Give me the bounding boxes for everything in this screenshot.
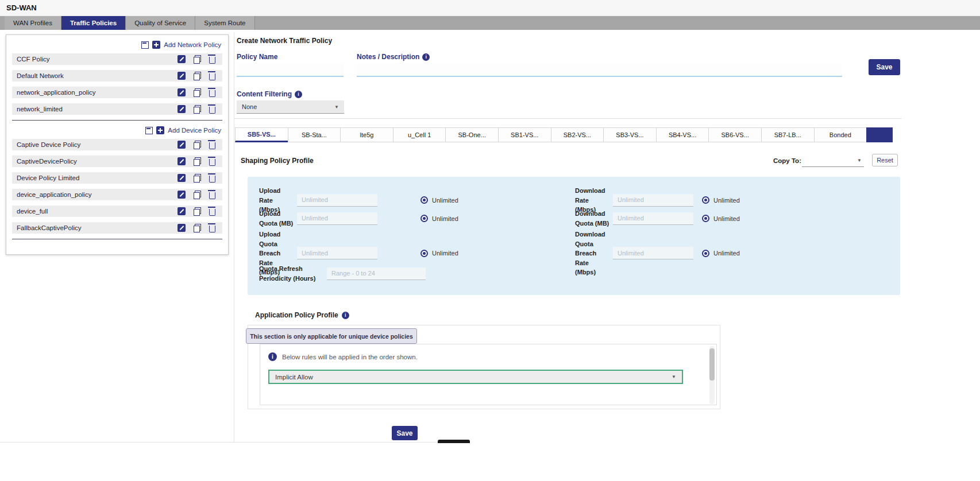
interface-tab[interactable]: SB5-VS... (235, 127, 288, 142)
unlimited-radio[interactable] (420, 215, 428, 222)
unlimited-radio[interactable] (702, 196, 709, 204)
interface-tab[interactable]: SB1-VS... (498, 127, 551, 142)
upload-rate-input[interactable] (297, 194, 377, 207)
download-quota-input[interactable] (613, 212, 693, 225)
bottom-save-button[interactable]: Save (392, 426, 418, 440)
copy-to-select[interactable] (802, 154, 864, 167)
delete-icon[interactable] (209, 142, 215, 149)
unlimited-radio[interactable] (702, 250, 709, 257)
network-policy-row[interactable]: network_application_policy (12, 87, 222, 98)
copy-icon[interactable] (193, 191, 202, 199)
edit-icon[interactable] (178, 141, 186, 149)
unlimited-radio[interactable] (702, 215, 709, 222)
tab-wan-profiles[interactable]: WAN Profiles (5, 16, 61, 30)
app-title: SD-WAN (6, 3, 37, 12)
rules-panel: Below rules will be applied in the order… (260, 344, 717, 405)
scrollbar-thumb[interactable] (709, 348, 715, 381)
network-policy-row[interactable]: network_limited (12, 103, 222, 115)
interface-tab[interactable]: SB6-VS... (708, 127, 762, 142)
reset-button[interactable]: Reset (872, 154, 898, 166)
download-rate-input[interactable] (613, 194, 693, 207)
interface-tab[interactable]: SB3-VS... (603, 127, 657, 142)
unlimited-radio[interactable] (420, 196, 428, 204)
info-icon[interactable] (342, 312, 349, 319)
copy-icon[interactable] (193, 174, 202, 183)
interface-tab[interactable]: SB7-LB... (761, 127, 815, 142)
add-icon[interactable] (152, 41, 160, 49)
interface-tab[interactable]: u_Cell 1 (393, 127, 446, 142)
delete-icon[interactable] (209, 107, 215, 114)
edit-icon[interactable] (178, 55, 186, 63)
content-filtering-select[interactable]: None (237, 100, 344, 114)
window-icon[interactable] (145, 127, 153, 134)
tab-strip-end-button[interactable] (866, 127, 893, 142)
interface-tab[interactable]: SB-Sta... (288, 127, 341, 142)
copy-icon[interactable] (193, 55, 202, 64)
policy-name-input[interactable] (237, 63, 344, 77)
notes-label: Notes / Description (357, 53, 430, 61)
quota-refresh-input[interactable] (327, 267, 426, 280)
policy-name-label: CaptiveDevicePolicy (17, 158, 77, 165)
copy-icon[interactable] (193, 141, 202, 149)
copy-icon[interactable] (193, 72, 202, 80)
add-icon[interactable] (156, 126, 164, 134)
window-icon[interactable] (141, 41, 149, 49)
main-tab-bar: WAN Profiles Traffic Policies Quality of… (0, 16, 980, 30)
device-policy-row[interactable]: FallbackCaptivePolicy (12, 222, 222, 234)
edit-icon[interactable] (178, 105, 186, 113)
delete-icon[interactable] (209, 73, 215, 80)
device-policy-row[interactable]: device_full (12, 205, 222, 217)
device-policy-row[interactable]: Device Policy Limited (12, 172, 222, 184)
interface-tab[interactable]: SB4-VS... (656, 127, 709, 142)
edit-icon[interactable] (178, 157, 186, 165)
add-network-policy-link[interactable]: Add Network Policy (164, 41, 221, 48)
policy-name-label: Policy Name (237, 53, 277, 61)
download-quota-breach-input[interactable] (613, 247, 693, 259)
scrollbar-track[interactable] (709, 346, 715, 404)
copy-icon[interactable] (193, 105, 202, 114)
edit-icon[interactable] (178, 207, 186, 215)
info-icon[interactable] (422, 53, 430, 61)
save-button[interactable]: Save (869, 59, 900, 75)
policy-name-label: network_application_policy (17, 89, 95, 96)
application-policy-title: Application Policy Profile (255, 311, 338, 319)
notes-input[interactable] (357, 63, 842, 77)
upload-quota-input[interactable] (297, 212, 377, 225)
edit-icon[interactable] (178, 224, 186, 232)
delete-icon[interactable] (209, 57, 215, 64)
edit-icon[interactable] (178, 191, 186, 199)
delete-icon[interactable] (209, 90, 215, 97)
tab-traffic-policies[interactable]: Traffic Policies (61, 16, 126, 30)
unlimited-radio[interactable] (420, 250, 428, 257)
edit-icon[interactable] (178, 72, 186, 80)
rule-action-select[interactable]: Implicit Allow (268, 370, 683, 384)
copy-icon[interactable] (193, 207, 202, 216)
delete-icon[interactable] (209, 192, 215, 199)
interface-tab[interactable]: Bonded (814, 127, 867, 142)
upload-quota-breach-input[interactable] (297, 247, 377, 259)
delete-icon[interactable] (209, 226, 215, 232)
edit-icon[interactable] (178, 88, 186, 96)
tab-system-route[interactable]: System Route (195, 16, 254, 30)
copy-icon[interactable] (193, 157, 202, 166)
delete-icon[interactable] (209, 176, 215, 183)
interface-tab[interactable]: lte5g (340, 127, 393, 142)
device-policy-row[interactable]: device_application_policy (12, 189, 222, 200)
network-policy-row[interactable]: Default Network (12, 70, 222, 82)
network-policy-row[interactable]: CCF Policy (12, 53, 222, 65)
delete-icon[interactable] (209, 209, 215, 216)
add-device-policy-row: Add Device Policy (6, 121, 228, 139)
tab-quality-of-service[interactable]: Quality of Service (126, 16, 195, 30)
copy-icon[interactable] (193, 224, 202, 232)
edit-icon[interactable] (178, 174, 186, 182)
copy-icon[interactable] (193, 88, 202, 97)
interface-tab[interactable]: SB-One... (445, 127, 499, 142)
row-actions (178, 88, 215, 97)
add-network-policy-row: Add Network Policy (6, 35, 228, 53)
interface-tab[interactable]: SB2-VS... (551, 127, 604, 142)
info-icon[interactable] (295, 91, 302, 98)
add-device-policy-link[interactable]: Add Device Policy (168, 127, 221, 134)
device-policy-row[interactable]: Captive Device Policy (12, 139, 222, 150)
delete-icon[interactable] (209, 159, 215, 166)
device-policy-row[interactable]: CaptiveDevicePolicy (12, 156, 222, 167)
